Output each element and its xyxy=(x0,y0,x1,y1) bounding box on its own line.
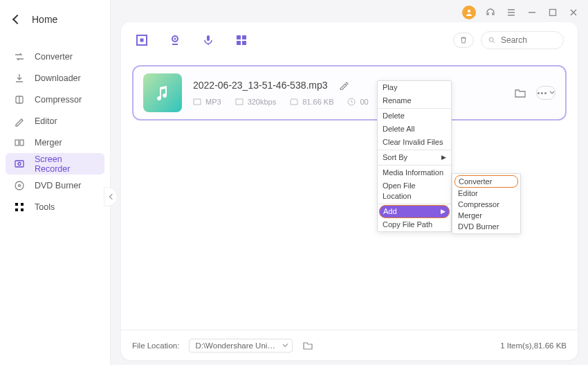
sidebar-item-label: Screen Recorder xyxy=(35,154,96,174)
sidebar-item-compressor[interactable]: Compressor xyxy=(6,89,104,110)
svg-rect-1 xyxy=(15,140,19,145)
sidebar-item-screen-recorder[interactable]: Screen Recorder xyxy=(6,153,104,175)
sub-converter[interactable]: Converter xyxy=(454,175,518,188)
tools-icon xyxy=(14,202,25,213)
file-location-selector[interactable]: D:\Wondershare UniConverter 1 xyxy=(189,339,293,353)
svg-rect-17 xyxy=(207,35,210,41)
ctx-add[interactable]: Add▶ xyxy=(379,205,450,218)
compressor-icon xyxy=(14,94,25,105)
svg-rect-19 xyxy=(242,35,246,39)
context-submenu-add: Converter Editor Compressor Merger DVD B… xyxy=(452,173,521,234)
svg-rect-8 xyxy=(21,203,24,206)
close-icon[interactable] xyxy=(567,6,580,19)
sidebar-header: Home xyxy=(0,0,110,39)
file-bitrate: 320kbps xyxy=(235,98,277,106)
search-box[interactable] xyxy=(481,31,564,49)
sidebar-item-label: Merger xyxy=(35,138,62,148)
sidebar-item-downloader[interactable]: Downloader xyxy=(6,67,104,89)
ctx-delete[interactable]: Delete xyxy=(378,109,451,123)
chevron-down-icon xyxy=(549,90,555,96)
svg-rect-3 xyxy=(15,161,24,167)
svg-point-4 xyxy=(18,162,21,165)
mode-webcam-icon[interactable] xyxy=(168,33,182,47)
svg-rect-23 xyxy=(194,99,201,105)
sidebar-item-editor[interactable]: Editor xyxy=(6,110,104,132)
mode-screen-icon[interactable] xyxy=(135,33,149,47)
chevron-left-icon xyxy=(109,194,114,199)
ctx-open-location[interactable]: Open File Location xyxy=(378,179,451,203)
sub-dvd-burner[interactable]: DVD Burner xyxy=(454,221,518,232)
svg-rect-18 xyxy=(237,35,241,39)
svg-point-11 xyxy=(468,10,470,12)
user-avatar-icon[interactable] xyxy=(462,6,476,19)
svg-rect-12 xyxy=(550,10,556,16)
main-panel: 2022-06-23_13-51-46-538.mp3 MP3 320kbps … xyxy=(121,22,578,360)
support-icon[interactable] xyxy=(484,6,497,19)
sidebar-item-dvd-burner[interactable]: DVD Burner xyxy=(6,175,104,196)
minimize-icon[interactable] xyxy=(526,6,538,19)
more-actions-button[interactable] xyxy=(536,86,555,100)
svg-rect-24 xyxy=(236,99,243,105)
sub-merger[interactable]: Merger xyxy=(454,210,518,221)
sidebar-item-label: DVD Burner xyxy=(35,181,81,190)
merger-icon xyxy=(14,137,25,148)
ctx-copy-path[interactable]: Copy File Path xyxy=(378,218,451,231)
svg-rect-7 xyxy=(15,203,18,206)
file-thumbnail xyxy=(143,73,182,112)
file-name: 2022-06-23_13-51-46-538.mp3 xyxy=(193,80,328,91)
svg-rect-10 xyxy=(21,208,24,211)
ctx-rename[interactable]: Rename xyxy=(378,94,451,107)
ctx-media-info[interactable]: Media Information xyxy=(378,166,451,179)
svg-point-22 xyxy=(489,37,493,42)
screen-recorder-icon xyxy=(14,159,25,170)
topbar xyxy=(121,22,578,58)
browse-folder-icon[interactable] xyxy=(302,340,313,351)
rename-icon[interactable] xyxy=(339,80,349,90)
chevron-right-icon: ▶ xyxy=(441,206,445,217)
sub-editor[interactable]: Editor xyxy=(454,188,518,199)
downloader-icon xyxy=(14,73,25,84)
sidebar-item-converter[interactable]: Converter xyxy=(6,46,104,67)
sidebar-collapse-handle[interactable] xyxy=(104,187,118,206)
svg-point-16 xyxy=(174,38,176,40)
sidebar: Home Converter Downloader Compressor Edi… xyxy=(0,0,111,365)
ctx-play[interactable]: Play xyxy=(378,81,451,94)
home-label[interactable]: Home xyxy=(32,14,57,25)
file-duration: 00 xyxy=(347,98,368,106)
file-location-label: File Location: xyxy=(132,341,179,350)
converter-icon xyxy=(14,51,25,62)
mode-apps-icon[interactable] xyxy=(235,33,248,47)
mode-audio-icon[interactable] xyxy=(201,33,215,47)
ctx-delete-all[interactable]: Delete All xyxy=(378,123,451,136)
sidebar-item-merger[interactable]: Merger xyxy=(6,132,104,153)
search-input[interactable] xyxy=(501,35,556,45)
svg-rect-9 xyxy=(15,208,18,211)
sidebar-item-label: Converter xyxy=(35,52,73,62)
editor-icon xyxy=(14,116,25,127)
chevron-right-icon: ▶ xyxy=(441,152,446,163)
file-size: 81.66 KB xyxy=(290,98,333,106)
back-icon[interactable] xyxy=(12,15,22,24)
dvd-burner-icon xyxy=(14,180,25,191)
file-format: MP3 xyxy=(193,98,221,106)
trash-button[interactable] xyxy=(453,33,474,48)
file-location-value: D:\Wondershare UniConverter 1 xyxy=(195,341,277,350)
menu-icon[interactable] xyxy=(505,6,517,19)
sub-compressor[interactable]: Compressor xyxy=(454,199,518,210)
file-row[interactable]: 2022-06-23_13-51-46-538.mp3 MP3 320kbps … xyxy=(132,65,567,121)
maximize-icon[interactable] xyxy=(546,6,559,19)
context-menu: Play Rename Delete Delete All Clear Inva… xyxy=(377,80,452,232)
svg-rect-14 xyxy=(140,39,144,42)
open-folder-icon[interactable] xyxy=(514,87,526,99)
sidebar-item-label: Tools xyxy=(35,202,55,212)
music-note-icon xyxy=(153,83,172,103)
sidebar-item-tools[interactable]: Tools xyxy=(6,196,104,217)
svg-rect-20 xyxy=(237,41,241,45)
chevron-down-icon xyxy=(282,341,288,347)
trash-icon xyxy=(459,36,468,44)
ctx-clear-invalid[interactable]: Clear Invalid Files xyxy=(378,136,451,149)
ctx-sort-by[interactable]: Sort By▶ xyxy=(378,151,451,164)
svg-rect-21 xyxy=(242,41,246,45)
footer-summary: 1 Item(s),81.66 KB xyxy=(500,341,567,350)
search-icon xyxy=(488,36,495,44)
